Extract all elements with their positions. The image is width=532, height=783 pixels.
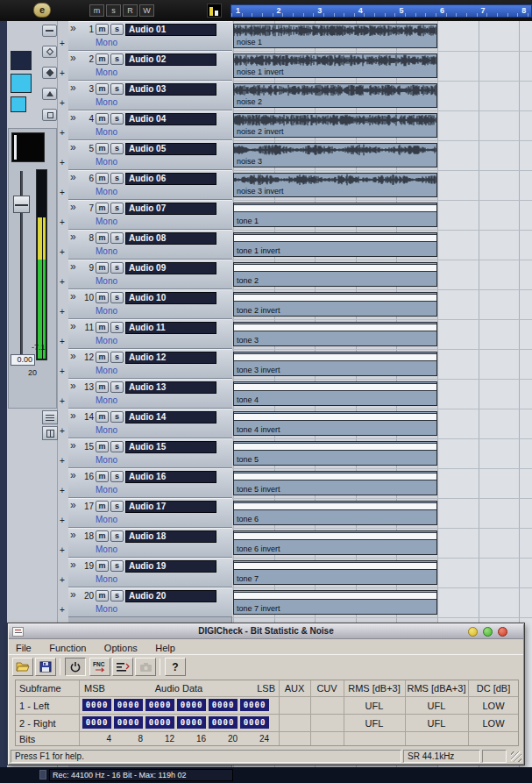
solo-button[interactable]: s [110,560,124,572]
solo-button[interactable]: s [110,352,124,363]
track-expand-button[interactable]: + [60,457,65,466]
audio-event[interactable]: tone 2 [233,262,437,287]
track-row[interactable]: » 10 m s Audio 10 Mono [68,289,232,319]
save-button[interactable] [35,658,56,676]
audio-event[interactable]: tone 1 [233,203,437,227]
audio-event[interactable]: tone 3 [233,322,437,346]
solo-button[interactable]: s [110,113,124,125]
audio-event[interactable]: tone 1 invert [233,232,437,257]
menu-options[interactable]: Options [97,640,145,653]
audio-event[interactable]: noise 2 invert [233,113,437,138]
mute-button[interactable]: m [96,203,109,214]
power-button[interactable] [65,658,86,676]
track-expand-button[interactable]: + [60,338,65,346]
mute-button[interactable]: m [96,53,109,65]
track-expand-button[interactable]: + [60,99,65,108]
track-name[interactable]: Audio 06 [125,173,216,185]
track-name[interactable]: Audio 13 [125,381,216,394]
solo-button[interactable]: s [110,143,124,154]
edit-channel-button[interactable]: e [33,3,51,18]
track-row[interactable]: » 16 m s Audio 16 Mono [68,468,232,498]
track-name[interactable]: Audio 16 [125,471,216,483]
mute-button[interactable]: m [96,381,109,393]
audio-event[interactable]: noise 3 invert [233,173,437,197]
audio-event[interactable]: tone 2 invert [233,292,437,317]
solo-button[interactable]: s [110,471,124,482]
track-row[interactable]: » 19 m s Audio 19 Mono [68,558,232,587]
track-row[interactable]: » 20 m s Audio 20 Mono [68,587,232,617]
open-button[interactable] [12,658,33,676]
track-row[interactable]: » 13 m s Audio 13 Mono [68,379,232,409]
track-name[interactable]: Audio 12 [125,352,216,364]
resize-grip[interactable] [511,751,521,762]
mute-button[interactable]: m [96,471,109,482]
inspector-fader-tab-icon[interactable] [42,25,57,37]
track-expand-button[interactable]: + [60,189,65,197]
audio-event[interactable]: tone 7 [233,560,437,585]
track-row[interactable]: » 15 m s Audio 15 Mono [68,438,232,468]
track-expand-button[interactable]: + [60,248,65,257]
track-name[interactable]: Audio 10 [125,292,216,304]
maximize-button[interactable] [483,627,493,637]
audio-event[interactable]: noise 1 [233,24,437,48]
mute-button[interactable]: m [96,322,109,333]
track-name[interactable]: Audio 19 [125,560,216,573]
menu-function[interactable]: Function [42,640,93,653]
mute-button[interactable]: m [96,173,109,184]
track-name[interactable]: Audio 04 [125,113,216,125]
track-expand-button[interactable]: + [60,308,65,317]
inspector-eq-tab-icon[interactable] [42,88,57,100]
solo-button[interactable]: s [110,232,124,244]
audio-event[interactable]: tone 6 [233,501,437,525]
track-expand-button[interactable]: + [60,516,65,525]
track-expand-button[interactable]: + [60,69,65,78]
mute-button[interactable]: m [96,441,109,452]
audio-event[interactable]: tone 5 invert [233,471,437,495]
mute-button[interactable]: m [96,83,109,95]
mute-button[interactable]: m [96,143,109,154]
solo-button[interactable]: s [110,262,124,274]
user-panel-button-icon[interactable] [42,426,58,440]
solo-button[interactable]: s [110,173,124,184]
track-name[interactable]: Audio 11 [125,322,216,334]
mute-button[interactable]: m [96,560,109,572]
track-name[interactable]: Audio 05 [125,143,216,155]
solo-button[interactable]: s [110,322,124,333]
track-row[interactable]: » 3 m s Audio 03 Mono [68,81,232,110]
track-name[interactable]: Audio 03 [125,83,216,96]
fader-value-readout[interactable]: 0.00 [11,354,35,366]
audio-event[interactable]: tone 7 invert [233,590,437,615]
track-name[interactable]: Audio 02 [125,53,216,66]
track-expand-button[interactable]: + [60,39,65,48]
audio-event[interactable]: noise 3 [233,143,437,167]
track-name[interactable]: Audio 15 [125,441,216,453]
global-solo-button[interactable]: s [106,4,121,17]
mute-button[interactable]: m [96,501,109,512]
audio-event[interactable]: noise 1 invert [233,53,437,78]
track-row[interactable]: » 18 m s Audio 18 Mono [68,528,232,558]
solo-button[interactable]: s [110,292,124,303]
track-row[interactable]: » 1 m s Audio 01 Mono [68,21,232,51]
track-expand-button[interactable]: + [60,278,65,287]
menu-help[interactable]: Help [148,640,182,653]
close-button[interactable] [498,627,507,637]
solo-button[interactable]: s [110,441,124,452]
volume-fader[interactable] [13,196,30,213]
track-name[interactable]: Audio 20 [125,590,216,602]
mute-button[interactable]: m [96,24,109,35]
mute-button[interactable]: m [96,411,109,423]
solo-button[interactable]: s [110,203,124,214]
audio-event[interactable]: tone 6 invert [233,530,437,555]
track-expand-button[interactable]: + [60,606,65,615]
track-expand-button[interactable]: + [60,397,65,406]
audio-event[interactable]: tone 4 [233,381,437,406]
solo-button[interactable]: s [110,381,124,393]
menu-file[interactable]: File [9,640,39,653]
titlebar[interactable]: DIGICheck - Bit Statistic & Noise [9,624,523,639]
track-row[interactable]: » 8 m s Audio 08 Mono [68,230,232,260]
track-row[interactable]: » 14 m s Audio 14 Mono [68,409,232,438]
track-row[interactable]: » 4 m s Audio 04 Mono [68,110,232,140]
track-expand-button[interactable]: + [60,576,65,585]
track-name[interactable]: Audio 14 [125,411,216,424]
track-name[interactable]: Audio 17 [125,501,216,513]
